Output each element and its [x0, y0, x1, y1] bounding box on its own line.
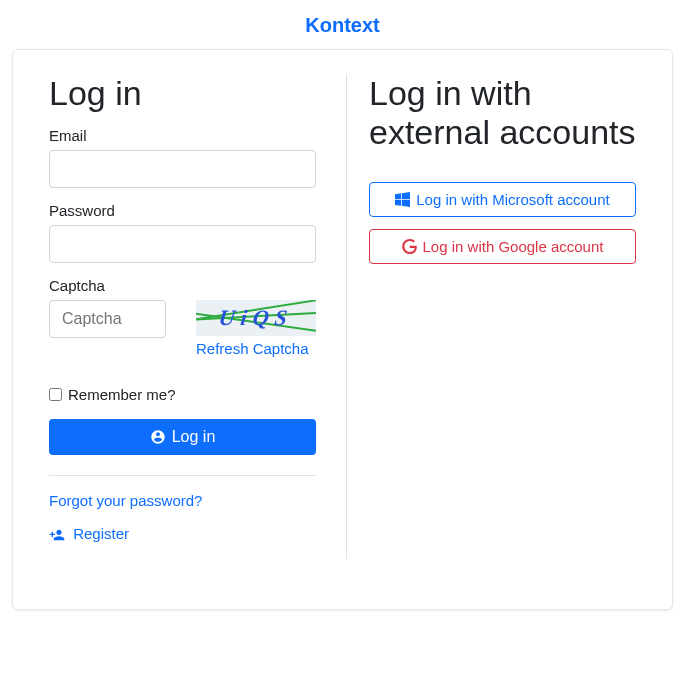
account-circle-icon: [150, 429, 166, 445]
external-heading: Log in with external accounts: [369, 74, 636, 152]
login-heading: Log in: [49, 74, 316, 113]
remember-checkbox[interactable]: [49, 388, 62, 401]
local-login-column: Log in Email Password Captcha UiQS: [49, 74, 316, 559]
remember-label[interactable]: Remember me?: [68, 386, 176, 403]
person-add-icon: [49, 527, 65, 543]
login-card: Log in Email Password Captcha UiQS: [12, 49, 673, 610]
google-icon: [402, 239, 417, 254]
email-label: Email: [49, 127, 316, 144]
register-link[interactable]: Register: [49, 525, 316, 543]
separator: [49, 475, 316, 476]
microsoft-login-button[interactable]: Log in with Microsoft account: [369, 182, 636, 217]
microsoft-login-label: Log in with Microsoft account: [416, 191, 609, 208]
google-login-label: Log in with Google account: [423, 238, 604, 255]
email-field[interactable]: [49, 150, 316, 188]
windows-icon: [395, 192, 410, 207]
register-label: Register: [73, 525, 129, 542]
google-login-button[interactable]: Log in with Google account: [369, 229, 636, 264]
password-field[interactable]: [49, 225, 316, 263]
external-login-column: Log in with external accounts Log in wit…: [346, 74, 636, 559]
password-label: Password: [49, 202, 316, 219]
captcha-text: UiQS: [217, 305, 295, 331]
captcha-field[interactable]: [49, 300, 166, 338]
captcha-label: Captcha: [49, 277, 316, 294]
captcha-image: UiQS: [196, 300, 316, 336]
login-button[interactable]: Log in: [49, 419, 316, 455]
remember-row: Remember me?: [49, 386, 316, 403]
forgot-password-link[interactable]: Forgot your password?: [49, 492, 316, 509]
login-button-label: Log in: [172, 428, 216, 446]
password-group: Password: [49, 202, 316, 263]
brand-title[interactable]: Kontext: [0, 0, 685, 49]
refresh-captcha-link[interactable]: Refresh Captcha: [196, 340, 309, 357]
email-group: Email: [49, 127, 316, 188]
captcha-group: Captcha UiQS Refresh Captcha: [49, 277, 316, 358]
